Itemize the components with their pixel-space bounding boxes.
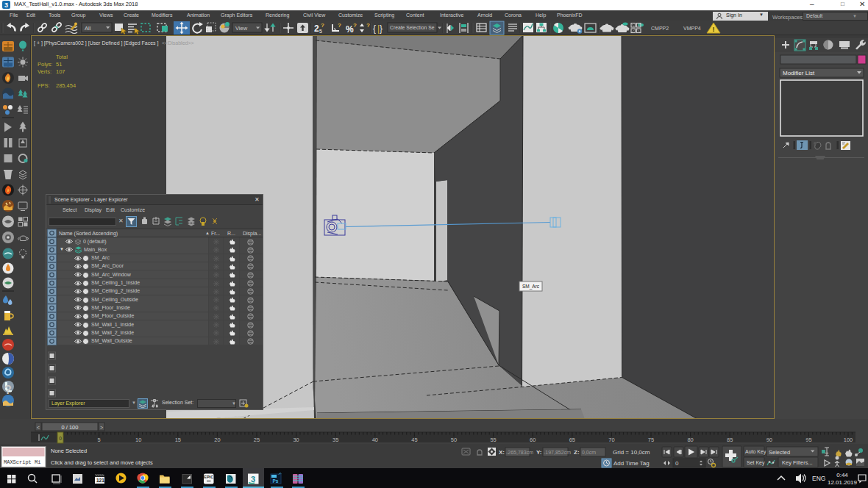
svg-text:45: 45 — [411, 437, 417, 443]
svg-text:12.01.2019: 12.01.2019 — [828, 479, 858, 486]
svg-text:0: 0 — [675, 460, 679, 467]
svg-text:Key Filters...: Key Filters... — [782, 459, 813, 466]
svg-text:Set Key: Set Key — [747, 460, 765, 466]
svg-text:!: ! — [713, 26, 715, 33]
svg-text:95: 95 — [805, 437, 811, 443]
svg-text:EPIC: EPIC — [204, 475, 213, 479]
svg-text:CMPP2: CMPP2 — [651, 26, 669, 31]
svg-text:3: 3 — [251, 475, 255, 484]
svg-text:Verts:: Verts: — [38, 68, 51, 75]
svg-text:0:44: 0:44 — [836, 472, 848, 478]
svg-text:-265,783cm: -265,783cm — [506, 450, 533, 455]
svg-text:?: ? — [321, 22, 324, 29]
svg-text:90: 90 — [766, 437, 772, 443]
svg-text:<: < — [37, 425, 40, 430]
svg-text:2: 2 — [314, 24, 319, 34]
svg-text:35: 35 — [332, 437, 338, 443]
svg-text:SM_Arc: SM_Arc — [522, 284, 540, 290]
svg-text:30: 30 — [293, 437, 299, 443]
svg-text:Grid = 10,0cm: Grid = 10,0cm — [613, 449, 650, 456]
svg-text:40: 40 — [372, 437, 378, 443]
svg-text:?: ? — [366, 22, 370, 29]
svg-text:5: 5 — [98, 437, 101, 443]
svg-text:50: 50 — [451, 437, 457, 443]
svg-text:Click and drag to select and m: Click and drag to select and move object… — [51, 459, 153, 466]
svg-text:<<Disabled>>: <<Disabled>> — [162, 40, 194, 46]
svg-text:X:: X: — [499, 449, 505, 456]
svg-text:Modifier List: Modifier List — [783, 70, 815, 76]
svg-text:VMPP4: VMPP4 — [683, 26, 701, 31]
svg-text:51: 51 — [56, 61, 62, 68]
svg-text:80: 80 — [687, 437, 693, 443]
svg-text:}: } — [380, 24, 383, 34]
svg-text:0 / 100: 0 / 100 — [62, 424, 79, 431]
svg-text:65: 65 — [569, 437, 575, 443]
svg-text:10: 10 — [135, 437, 141, 443]
svg-text:View: View — [235, 25, 248, 32]
svg-text:FPS:: FPS: — [38, 82, 50, 89]
svg-text:100: 100 — [844, 437, 853, 443]
svg-text:>: > — [100, 425, 103, 430]
svg-text:85: 85 — [727, 437, 733, 443]
svg-text:0,0cm: 0,0cm — [582, 450, 596, 455]
svg-text:15: 15 — [175, 437, 181, 443]
svg-text:{: { — [373, 24, 376, 34]
svg-text:20: 20 — [214, 437, 220, 443]
svg-text:Create Selection Se: Create Selection Se — [390, 25, 435, 30]
svg-text:?: ? — [338, 22, 341, 29]
svg-text:All: All — [85, 25, 91, 32]
svg-text:Y:: Y: — [536, 449, 541, 456]
svg-text:60: 60 — [530, 437, 536, 443]
svg-text:?: ? — [4, 384, 12, 396]
svg-text:107: 107 — [56, 68, 65, 75]
svg-text:55: 55 — [490, 437, 496, 443]
svg-text:285,454: 285,454 — [56, 82, 76, 89]
svg-text:Add Time Tag: Add Time Tag — [613, 460, 650, 467]
svg-text:-197,852cm: -197,852cm — [544, 450, 571, 455]
svg-text:None Selected: None Selected — [51, 448, 87, 454]
svg-text:?: ? — [353, 22, 357, 29]
svg-text:Ps: Ps — [273, 478, 279, 484]
svg-text:0: 0 — [59, 436, 62, 441]
svg-text:121: 121 — [96, 478, 104, 483]
svg-text:25: 25 — [254, 437, 260, 443]
svg-text:5: 5 — [319, 29, 322, 34]
svg-text:Auto Key: Auto Key — [745, 449, 766, 455]
svg-text:70: 70 — [608, 437, 614, 443]
svg-text:ENG: ENG — [812, 475, 825, 482]
svg-text:[ + ] [PhysCamera002 ] [User D: [ + ] [PhysCamera002 ] [User Defined ] [… — [34, 40, 158, 46]
svg-text:Polys:: Polys: — [38, 61, 52, 68]
svg-text:Selected: Selected — [769, 449, 790, 456]
svg-text:Z:: Z: — [574, 449, 580, 456]
svg-text:Total: Total — [56, 54, 68, 60]
svg-text:MAXScript Mi: MAXScript Mi — [4, 459, 40, 465]
svg-text:3: 3 — [4, 1, 8, 9]
svg-text:75: 75 — [648, 437, 654, 443]
